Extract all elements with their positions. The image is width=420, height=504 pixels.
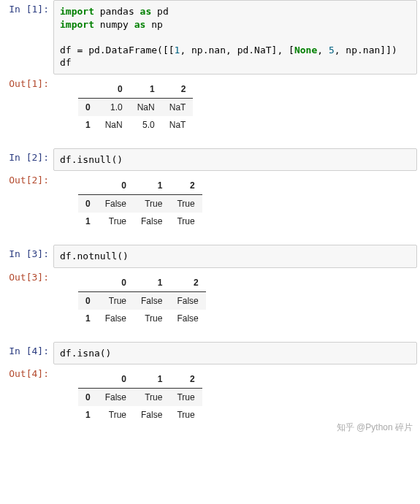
corner-cell (78, 80, 98, 99)
table-row: 0FalseTrueTrue (78, 389, 202, 407)
in-prompt: In [4]: (0, 342, 53, 360)
corner-cell (78, 370, 98, 389)
table-body: 0TrueFalseFalse1FalseTrueFalse (78, 291, 206, 327)
code-input[interactable]: df.notnull() (53, 245, 417, 268)
cell-spacer (0, 141, 420, 148)
row-index: 0 (78, 195, 98, 213)
out-prompt: Out[3]: (0, 268, 53, 286)
cell-value: NaN (98, 116, 130, 134)
table-head: 012 (78, 177, 202, 195)
code-token: , (317, 45, 329, 56)
row-index: 0 (78, 389, 98, 407)
code-token: import (60, 6, 100, 17)
code-token: df.isnull() (60, 154, 123, 165)
output-cell: Out[4]:0120FalseTrueTrue1TrueFalseTrue (0, 364, 420, 431)
column-header: 1 (130, 80, 162, 99)
row-index: 1 (78, 116, 98, 134)
out-prompt: Out[2]: (0, 171, 53, 189)
code-token: df.notnull() (60, 251, 129, 261)
table-row: 012 (78, 370, 202, 389)
column-header: 1 (134, 370, 169, 389)
output-area: 0120FalseTrueTrue1TrueFalseTrue (53, 171, 420, 237)
table-row: 012 (78, 80, 193, 99)
table-head: 012 (78, 370, 202, 389)
corner-cell (78, 177, 98, 195)
cell-spacer (0, 335, 420, 342)
column-header: 2 (162, 80, 194, 99)
cell-value: True (98, 213, 134, 230)
column-header: 2 (169, 177, 202, 195)
input-cell: In [3]:df.notnull() (0, 245, 420, 268)
cell-value: 5.0 (130, 116, 162, 134)
table-head: 012 (78, 80, 193, 99)
cell-value: True (134, 389, 169, 407)
code-token: = (77, 45, 88, 56)
table-row: 1FalseTrueFalse (78, 310, 206, 327)
cell-value: NaT (162, 116, 194, 134)
column-header: 1 (134, 274, 169, 292)
column-header: 0 (98, 80, 130, 99)
code-token: as (140, 6, 157, 17)
cell-value: True (134, 310, 169, 327)
column-header: 0 (98, 177, 134, 195)
input-cell: In [4]:df.isna() (0, 342, 420, 365)
cell-value: False (134, 291, 169, 310)
cell-value: True (169, 406, 202, 424)
table-row: 1NaN5.0NaT (78, 116, 193, 134)
cell-value: False (98, 389, 134, 407)
cell-value: True (98, 291, 134, 310)
cell-value: False (98, 195, 134, 213)
code-token: df (60, 45, 77, 56)
row-index: 0 (78, 291, 98, 310)
dataframe-table: 01201.0NaNNaT1NaN5.0NaT (78, 80, 193, 134)
table-body: 0FalseTrueTrue1TrueFalseTrue (78, 195, 202, 231)
cell-value: False (169, 310, 205, 327)
output-area: 0120TrueFalseFalse1FalseTrueFalse (53, 268, 420, 335)
output-cell: Out[2]:0120FalseTrueTrue1TrueFalseTrue (0, 171, 420, 237)
cell-value: False (169, 291, 205, 310)
code-token: df.isna() (60, 348, 111, 359)
notebook-container: In [1]:import pandas as pd import numpy … (0, 0, 420, 438)
code-input[interactable]: df.isna() (53, 342, 417, 365)
column-header: 1 (134, 177, 169, 195)
row-index: 1 (78, 213, 98, 230)
table-head: 012 (78, 274, 206, 292)
table-row: 012 (78, 177, 202, 195)
code-input[interactable]: df.isnull() (53, 148, 417, 172)
code-token: pd.DataFrame([[ (88, 45, 174, 56)
cell-value: NaN (130, 98, 162, 116)
table-row: 1TrueFalseTrue (78, 213, 202, 230)
code-token: pd (157, 6, 169, 17)
cell-value: True (134, 195, 169, 213)
input-cell: In [2]:df.isnull() (0, 148, 420, 172)
dataframe-table: 0120FalseTrueTrue1TrueFalseTrue (78, 370, 202, 424)
output-cell: Out[1]:01201.0NaNNaT1NaN5.0NaT (0, 75, 420, 141)
code-token: import (60, 19, 100, 30)
code-token: , np.nan]]) (335, 45, 397, 56)
cell-value: False (98, 310, 134, 327)
table-body: 01.0NaNNaT1NaN5.0NaT (78, 98, 193, 134)
dataframe-table: 0120TrueFalseFalse1FalseTrueFalse (78, 274, 206, 327)
code-token: 5 (329, 45, 335, 56)
table-row: 012 (78, 274, 206, 292)
in-prompt: In [1]: (0, 0, 53, 18)
column-header: 2 (169, 274, 205, 292)
in-prompt: In [3]: (0, 245, 53, 263)
column-header: 2 (169, 370, 202, 389)
cell-value: False (134, 406, 169, 424)
table-row: 0TrueFalseFalse (78, 291, 206, 310)
cell-value: True (169, 389, 202, 407)
table-row: 01.0NaNNaT (78, 98, 193, 116)
code-token: np (151, 19, 163, 30)
dataframe-table: 0120FalseTrueTrue1TrueFalseTrue (78, 177, 202, 230)
out-prompt: Out[1]: (0, 75, 53, 93)
cell-spacer (0, 431, 420, 438)
row-index: 1 (78, 406, 98, 424)
code-token: df (60, 57, 72, 68)
column-header: 0 (98, 274, 134, 292)
code-input[interactable]: import pandas as pd import numpy as np d… (53, 0, 417, 75)
code-token: as (134, 19, 151, 30)
cell-spacer (0, 237, 420, 245)
code-token: , np.nan, pd.NaT], [ (180, 45, 294, 56)
cell-value: True (98, 406, 134, 424)
